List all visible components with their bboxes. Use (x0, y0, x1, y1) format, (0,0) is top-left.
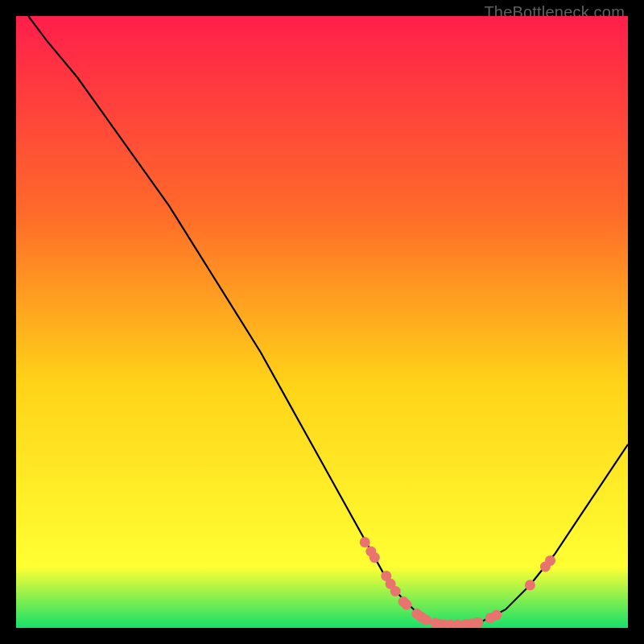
data-dot (401, 600, 411, 610)
chart-frame (16, 16, 628, 628)
data-dot (369, 552, 380, 563)
gradient-background (16, 16, 628, 628)
data-dot (525, 580, 535, 590)
data-dot (491, 610, 502, 621)
data-dot (473, 617, 483, 628)
data-dot (360, 537, 370, 547)
data-dot (545, 555, 555, 566)
data-dot (421, 615, 431, 625)
data-dot (390, 586, 401, 597)
bottleneck-chart (16, 16, 628, 628)
